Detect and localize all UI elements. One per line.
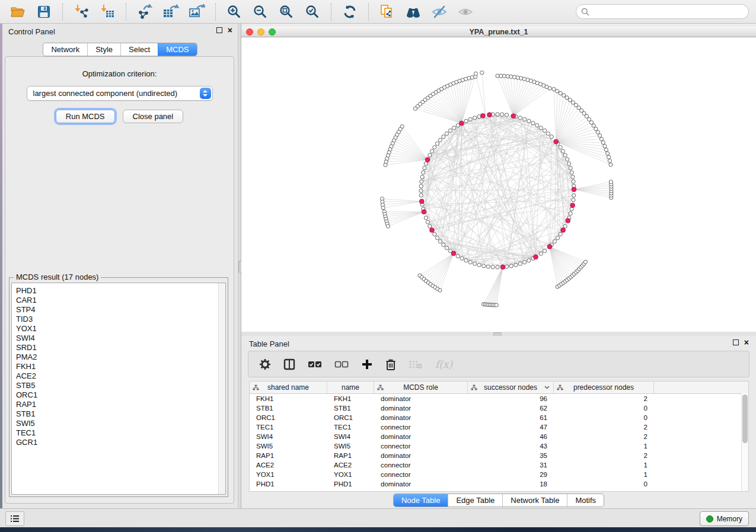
tab-network[interactable]: Network <box>43 43 87 56</box>
table-cell[interactable]: dominator <box>374 414 468 421</box>
list-item[interactable]: CAR1 <box>16 296 225 305</box>
export-image-icon[interactable] <box>188 3 206 21</box>
table-cell[interactable]: 35 <box>468 452 554 459</box>
list-item[interactable]: FKH1 <box>16 362 225 371</box>
column-chooser-icon[interactable] <box>283 358 295 370</box>
table-row[interactable]: FKH1FKH1dominator962 <box>250 394 748 403</box>
table-row[interactable]: SWI5SWI5connector431 <box>250 441 748 451</box>
table-cell[interactable]: 2 <box>554 424 654 431</box>
table-cell[interactable]: TEC1 <box>327 424 374 431</box>
save-session-icon[interactable] <box>35 3 53 21</box>
zoom-out-icon[interactable] <box>251 3 269 21</box>
first-neighbors-icon[interactable] <box>404 3 422 21</box>
table-cell[interactable]: SWI4 <box>250 433 327 440</box>
table-row[interactable]: PHD1PHD1dominator180 <box>250 479 748 489</box>
table-cell[interactable]: 31 <box>468 462 554 469</box>
table-cell[interactable]: 29 <box>468 471 554 478</box>
tab-node-table[interactable]: Node Table <box>394 494 448 507</box>
add-row-icon[interactable] <box>361 358 373 370</box>
memory-button[interactable]: Memory <box>700 511 749 526</box>
table-cell[interactable]: 1 <box>554 471 654 478</box>
network-graph[interactable] <box>241 37 756 332</box>
table-cell[interactable]: dominator <box>374 405 468 412</box>
close-panel-icon[interactable]: × <box>228 27 232 33</box>
list-item[interactable]: TEC1 <box>16 428 225 438</box>
list-item[interactable]: STB1 <box>16 409 225 419</box>
table-cell[interactable]: 61 <box>468 414 554 421</box>
table-cell[interactable]: 43 <box>468 443 554 450</box>
scrollbar-thumb[interactable] <box>742 395 748 443</box>
table-cell[interactable]: 0 <box>554 414 654 421</box>
table-cell[interactable]: 2 <box>554 433 654 440</box>
table-cell[interactable]: 0 <box>554 405 654 412</box>
tab-mcds[interactable]: MCDS <box>158 43 196 56</box>
table-cell[interactable]: 0 <box>554 480 654 488</box>
copy-network-icon[interactable] <box>378 3 396 21</box>
export-network-icon[interactable] <box>136 3 154 21</box>
column-header[interactable]: predecessor nodes <box>554 382 654 393</box>
list-item[interactable]: ACE2 <box>16 371 225 381</box>
table-cell[interactable]: dominator <box>374 480 468 488</box>
export-table-icon[interactable] <box>162 3 180 21</box>
select-all-icon[interactable] <box>308 360 322 369</box>
column-header[interactable]: MCDS role <box>374 382 468 393</box>
table-row[interactable]: STB1STB1dominator620 <box>250 403 748 413</box>
search-input[interactable] <box>592 7 748 17</box>
table-cell[interactable]: 2 <box>554 395 654 402</box>
table-cell[interactable]: STB1 <box>327 405 374 412</box>
table-row[interactable]: ACE2ACE2connector311 <box>250 460 748 470</box>
table-cell[interactable]: dominator <box>374 395 468 402</box>
list-item[interactable]: GCR1 <box>16 438 225 447</box>
list-item[interactable]: STB5 <box>16 381 225 390</box>
list-item[interactable]: TID3 <box>16 315 225 324</box>
table-cell[interactable]: 18 <box>468 480 554 488</box>
table-cell[interactable]: YOX1 <box>250 471 327 478</box>
table-cell[interactable]: SWI4 <box>327 433 374 440</box>
table-row[interactable]: RAP1RAP1dominator352 <box>250 451 748 460</box>
table-cell[interactable]: connector <box>374 443 468 450</box>
table-cell[interactable]: connector <box>374 471 468 478</box>
tab-style[interactable]: Style <box>87 43 120 56</box>
table-cell[interactable]: STB1 <box>250 405 327 412</box>
table-cell[interactable]: dominator <box>374 433 468 440</box>
node-table[interactable]: shared namenameMCDS rolesuccessor nodesp… <box>249 381 749 492</box>
table-cell[interactable]: RAP1 <box>250 452 327 459</box>
table-cell[interactable]: 47 <box>468 424 554 431</box>
table-cell[interactable]: SWI5 <box>250 443 327 450</box>
column-header[interactable]: successor nodes <box>468 382 554 393</box>
tab-network-table[interactable]: Network Table <box>502 494 567 507</box>
horizontal-splitter[interactable] <box>241 332 756 336</box>
import-table-icon[interactable] <box>98 3 116 21</box>
run-mcds-button[interactable]: Run MCDS <box>56 110 115 123</box>
list-item[interactable]: ORC1 <box>16 390 225 400</box>
table-row[interactable]: YOX1YOX1connector291 <box>250 470 748 479</box>
criterion-dropdown[interactable]: largest connected component (undirected) <box>27 86 213 101</box>
table-cell[interactable]: SWI5 <box>327 443 374 450</box>
table-settings-icon[interactable] <box>259 358 271 370</box>
table-cell[interactable]: PHD1 <box>250 480 327 488</box>
column-header[interactable]: shared name <box>250 382 327 393</box>
table-cell[interactable]: FKH1 <box>327 395 374 402</box>
list-item[interactable]: RAP1 <box>16 400 225 409</box>
table-row[interactable]: SWI4SWI4dominator462 <box>250 432 748 441</box>
tab-select[interactable]: Select <box>120 43 158 56</box>
table-cell[interactable]: RAP1 <box>327 452 374 459</box>
float-panel-icon[interactable] <box>733 339 739 345</box>
close-panel-icon[interactable]: × <box>744 339 749 345</box>
table-scrollbar[interactable] <box>741 393 748 491</box>
unselect-all-icon[interactable] <box>334 360 349 369</box>
mcds-result-list[interactable]: PHD1CAR1STP4TID3YOX1SWI4SRD1PMA2FKH1ACE2… <box>11 283 226 495</box>
table-cell[interactable]: 1 <box>554 462 654 469</box>
table-cell[interactable]: 96 <box>468 395 554 402</box>
import-network-icon[interactable] <box>72 3 90 21</box>
list-item[interactable]: PMA2 <box>16 352 225 362</box>
tab-motifs[interactable]: Motifs <box>567 494 604 507</box>
table-cell[interactable]: connector <box>374 424 468 431</box>
list-item[interactable]: YOX1 <box>16 324 225 334</box>
open-file-icon[interactable] <box>9 3 27 21</box>
list-scrollbar[interactable] <box>218 283 225 494</box>
table-cell[interactable]: YOX1 <box>327 471 374 478</box>
task-history-button[interactable] <box>5 511 24 526</box>
list-item[interactable]: PHD1 <box>16 286 225 296</box>
network-canvas[interactable] <box>241 37 756 332</box>
